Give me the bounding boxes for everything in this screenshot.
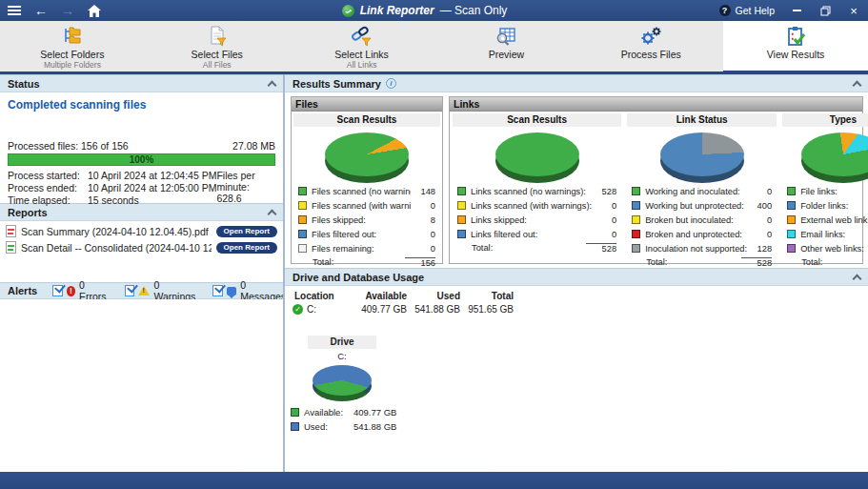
files-legend: Files scanned (no warnings): 148 Files s…	[292, 184, 442, 269]
legend-swatch	[457, 230, 466, 238]
legend-row: Files remaining: 0	[298, 241, 435, 255]
minimize-button[interactable]	[790, 4, 803, 17]
titlebar: ← → Link Reporter — Scan Only ? Get Help…	[0, 0, 868, 21]
reports-collapse-icon[interactable]	[268, 209, 277, 218]
legend-row: Links skipped: 0	[457, 213, 616, 227]
legend-row: Broken and unprotected: 0	[632, 227, 772, 241]
legend-total-row: Total: 156	[298, 255, 435, 269]
legend-total-row: Total: 528	[457, 241, 616, 255]
menu-icon[interactable]	[8, 6, 21, 15]
legend-row: Files filtered out: 0	[298, 227, 435, 241]
tab-select-folders[interactable]: Select Folders Multiple Folders	[0, 21, 145, 74]
drive-chart-box: Drive C: Available: 409.77 GB	[291, 336, 416, 434]
legend-row: Links scanned (no warnings): 528	[457, 184, 616, 198]
status-message: Completed scanning files	[8, 98, 146, 112]
legend-row: Email links: 64	[787, 227, 868, 241]
status-footer	[0, 472, 868, 489]
drive-used: 541.88 GB	[407, 304, 460, 315]
alerts-header: Alerts ! 0 Errors 0 Warnings 0 Messages	[0, 282, 283, 299]
tab-preview[interactable]: Preview	[434, 21, 578, 74]
legend-row: Files scanned (with warnings): 0	[298, 198, 435, 213]
legend-row: Broken but inoculated: 0	[632, 213, 772, 227]
error-icon: !	[67, 286, 75, 296]
message-icon	[227, 287, 237, 295]
files-pie-chart	[292, 127, 442, 184]
legend-row: Working but unprotected: 400	[632, 198, 772, 213]
tab-view-results[interactable]: View Results	[723, 21, 868, 74]
legend-row: Other web links: 0	[787, 241, 868, 255]
legend-row: Inoculation not supported: 128	[632, 241, 772, 255]
drive-collapse-icon[interactable]	[853, 274, 862, 283]
legend-row: Folder links: 0	[787, 198, 868, 213]
status-header: Status	[0, 74, 283, 92]
info-icon[interactable]: i	[386, 78, 396, 89]
processed-size: 27.08 MB	[232, 140, 275, 152]
legend-swatch	[632, 230, 640, 238]
open-report-button[interactable]: Open Report	[216, 242, 277, 254]
home-icon[interactable]	[88, 5, 101, 17]
legend-swatch	[457, 187, 466, 195]
pdf-file-icon	[6, 225, 16, 237]
drive-usage-header: Drive and Database Usage	[285, 268, 868, 286]
links-scan-pie-chart	[451, 127, 623, 184]
legend-row: Links filtered out: 0	[457, 227, 616, 241]
reports-panel: Scan Summary (2024-04-10 12.04.45).pdf O…	[0, 221, 283, 282]
legend-swatch	[457, 215, 466, 224]
legend-swatch	[787, 201, 796, 210]
links-box: Links Scan Results	[449, 96, 863, 264]
get-help-button[interactable]: ? Get Help	[719, 5, 775, 16]
legend-swatch	[787, 230, 796, 238]
legend-swatch	[787, 187, 796, 195]
errors-checkbox[interactable]	[52, 285, 63, 296]
progress-bar: 100%	[8, 153, 275, 166]
drive-table: Location Available Used Total ✓ C: 409.7…	[293, 291, 514, 315]
legend-total-row: Total: 528	[632, 255, 772, 269]
open-report-button[interactable]: Open Report	[216, 226, 277, 237]
drive-usage-panel: Location Available Used Total ✓ C: 409.7…	[285, 286, 868, 472]
report-row-pdf: Scan Summary (2024-04-10 12.04.45).pdf O…	[6, 223, 277, 239]
link-reporter-window: ← → Link Reporter — Scan Only ? Get Help…	[0, 0, 868, 489]
tab-select-links[interactable]: Select Links All Links	[290, 21, 434, 74]
close-button[interactable]: ×	[847, 4, 860, 17]
results-charts: Files Scan Results Files scanned (no war…	[285, 92, 868, 268]
legend-total-row: Total: 528	[787, 255, 868, 269]
preview-icon	[495, 25, 517, 48]
right-panel: Results Summary i Files Scan Results	[285, 74, 868, 472]
legend-swatch	[787, 215, 796, 224]
legend-row: External web links: 64	[787, 213, 868, 227]
process-files-icon	[638, 25, 663, 48]
messages-checkbox[interactable]	[212, 285, 223, 296]
window-title: Link Reporter — Scan Only	[170, 4, 679, 17]
legend-swatch	[632, 215, 640, 224]
results-summary-header: Results Summary i	[285, 74, 868, 92]
main-area: Status Completed scanning files Processe…	[0, 74, 868, 472]
report-row-csv: Scan Detail -- Consolidated (2024-04-10 …	[6, 239, 277, 255]
select-links-icon	[351, 25, 373, 48]
links-box-title: Links	[450, 97, 862, 112]
legend-swatch	[457, 201, 466, 210]
legend-swatch	[291, 422, 299, 431]
select-folders-icon	[61, 25, 84, 48]
report-name: Scan Detail -- Consolidated (2024-04-10 …	[21, 242, 212, 254]
tab-select-files[interactable]: Select Files All Files	[145, 21, 290, 74]
legend-swatch	[298, 215, 307, 224]
drive-ok-icon: ✓	[293, 304, 303, 315]
step-toolbar: Select Folders Multiple Folders Select F…	[0, 21, 868, 74]
drive-location: C:	[307, 304, 316, 315]
legend-row: Files skipped: 8	[298, 213, 435, 227]
drive-chart-title: Drive	[308, 336, 376, 349]
csv-file-icon	[6, 241, 16, 254]
report-name: Scan Summary (2024-04-10 12.04.45).pdf	[21, 226, 212, 237]
warnings-checkbox[interactable]	[125, 285, 135, 296]
restore-button[interactable]	[818, 4, 832, 17]
status-collapse-icon[interactable]	[268, 80, 277, 90]
drive-pie-chart	[308, 361, 376, 405]
results-collapse-icon[interactable]	[853, 80, 862, 90]
status-panel: Completed scanning files Processed files…	[0, 92, 283, 203]
legend-row: Links scanned (with warnings): 0	[457, 198, 616, 213]
back-icon[interactable]: ←	[34, 4, 48, 17]
tab-process-files[interactable]: Process Files	[578, 21, 723, 74]
legend-swatch	[632, 244, 640, 253]
title-suffix: — Scan Only	[440, 4, 508, 17]
time-elapsed: Time elapsed:15 seconds	[8, 194, 139, 206]
